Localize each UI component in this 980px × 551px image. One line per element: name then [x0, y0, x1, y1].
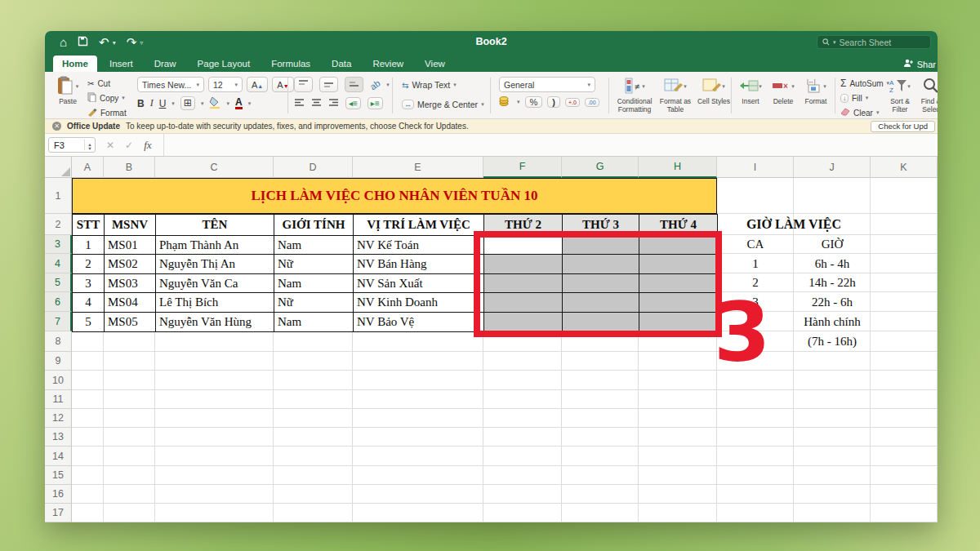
copy-button[interactable]: Copy ▾: [87, 91, 127, 104]
grid-cell-K9[interactable]: [871, 352, 938, 371]
grid-cell-K12[interactable]: [871, 409, 938, 428]
grid-cell-E16[interactable]: [353, 485, 483, 504]
grid-cell-B5[interactable]: MS03: [104, 273, 156, 293]
grid-cell-B16[interactable]: [104, 485, 155, 504]
grid-cell-F16[interactable]: [483, 485, 562, 504]
grid-cell-I12[interactable]: [717, 409, 794, 428]
row-header-10[interactable]: 10: [45, 371, 72, 390]
cancel-entry-icon[interactable]: ✕: [106, 140, 114, 151]
grid-cell-I4[interactable]: 1: [717, 254, 794, 273]
grid-cell-G9[interactable]: [562, 352, 639, 371]
grid-cell-B10[interactable]: [104, 371, 155, 390]
grid-cell-J16[interactable]: [794, 485, 871, 504]
grid-cell-B4[interactable]: MS02: [104, 254, 156, 274]
grid-cell-I16[interactable]: [717, 485, 794, 504]
grid-cell-C16[interactable]: [155, 485, 274, 504]
grid-cell-K7[interactable]: [871, 312, 938, 331]
grid-cell-B13[interactable]: [104, 428, 155, 447]
grid-cell-A7[interactable]: 5: [72, 312, 105, 332]
grid-cell-A3[interactable]: 1: [72, 235, 105, 255]
row-header-11[interactable]: 11: [45, 390, 72, 409]
grid-cell-I17[interactable]: [717, 504, 794, 522]
grid-cell-D7[interactable]: Nam: [274, 312, 354, 332]
column-header-E[interactable]: E: [353, 157, 483, 178]
grid-cell-A4[interactable]: 2: [72, 254, 105, 274]
borders-button[interactable]: ⊞: [180, 96, 195, 110]
fill-color-button[interactable]: [209, 96, 220, 110]
grid-cell-A14[interactable]: [72, 447, 104, 466]
grid-cell-C17[interactable]: [155, 504, 274, 522]
sort-filter-button[interactable]: AZ ▾ Sort & Filter: [884, 77, 915, 114]
grid-cell-D9[interactable]: [274, 352, 353, 371]
grid-cell-B12[interactable]: [104, 409, 155, 428]
grid-cell-D5[interactable]: Nam: [274, 273, 354, 293]
grid-cell-J8[interactable]: (7h - 16h): [794, 331, 871, 352]
table-header-A2[interactable]: STT: [72, 214, 105, 236]
select-all-corner[interactable]: [45, 157, 72, 178]
grid-cell-E11[interactable]: [353, 390, 483, 409]
percent-button[interactable]: %: [525, 96, 543, 108]
grid-cell-B3[interactable]: MS01: [104, 235, 156, 255]
grid-cell-D4[interactable]: Nữ: [274, 254, 354, 274]
search-input[interactable]: ▾ Search Sheet: [817, 35, 931, 49]
align-bottom-button[interactable]: [345, 77, 363, 92]
comma-style-button[interactable]: ): [547, 96, 560, 108]
grid-cell-B8[interactable]: [104, 331, 155, 352]
grid-cell-C9[interactable]: [155, 352, 274, 371]
grid-cell-A13[interactable]: [72, 428, 104, 447]
grid-cell-A6[interactable]: 4: [72, 292, 105, 313]
orientation-caret-icon[interactable]: ▾: [386, 82, 390, 88]
grid-cell-F10[interactable]: [483, 371, 562, 390]
grid-cell-H14[interactable]: [639, 447, 717, 466]
decrease-indent-button[interactable]: ◂≡: [345, 97, 361, 109]
column-header-J[interactable]: J: [794, 157, 871, 178]
grid-cell-C13[interactable]: [155, 428, 274, 447]
grid-cell-K15[interactable]: [871, 466, 938, 485]
column-header-G[interactable]: G: [562, 157, 639, 178]
grid-cell-J11[interactable]: [794, 390, 871, 409]
font-color-button[interactable]: A: [235, 97, 243, 109]
find-select-button[interactable]: Find & Selec: [917, 77, 938, 114]
check-updates-button[interactable]: Check for Upd: [871, 121, 935, 132]
grid-cell-E17[interactable]: [353, 504, 483, 522]
share-button[interactable]: Shar: [903, 59, 936, 69]
grid-cell-H16[interactable]: [639, 485, 717, 504]
grid-cell-C8[interactable]: [155, 331, 274, 352]
merge-center-button[interactable]: ↔ Merge & Center ▾: [402, 98, 484, 111]
grid-cell-J14[interactable]: [794, 447, 871, 466]
tab-insert[interactable]: Insert: [100, 56, 142, 72]
column-header-D[interactable]: D: [274, 157, 353, 178]
grid-cell-I3[interactable]: CA: [717, 235, 794, 254]
table-header-E2[interactable]: VỊ TRÍ LÀM VIỆC: [353, 214, 484, 236]
grid-cell-C11[interactable]: [155, 390, 274, 409]
italic-button[interactable]: I: [150, 97, 154, 109]
row-header-1[interactable]: 1: [45, 178, 72, 214]
grid-cell-K11[interactable]: [871, 390, 938, 409]
grid-cell-K13[interactable]: [871, 428, 938, 447]
align-left-button[interactable]: [294, 98, 305, 109]
row-header-6[interactable]: 6: [45, 292, 72, 312]
grid-cell-E14[interactable]: [353, 447, 483, 466]
grid-cell-K14[interactable]: [871, 447, 938, 466]
table-header-B2[interactable]: MSNV: [104, 214, 156, 236]
grid-cell-F17[interactable]: [483, 504, 562, 522]
increase-indent-button[interactable]: ▸≡: [368, 97, 383, 109]
grid-cell-B6[interactable]: MS04: [104, 292, 156, 313]
grid-cell-I15[interactable]: [717, 466, 794, 485]
number-format-select[interactable]: General ▾: [499, 77, 595, 92]
name-box-stepper[interactable]: ▲▼: [84, 140, 95, 150]
insert-function-icon[interactable]: fx: [144, 139, 151, 152]
grid-cell-K6[interactable]: [871, 292, 938, 312]
grid-cell-G11[interactable]: [562, 390, 639, 409]
bold-button[interactable]: B: [137, 98, 145, 109]
grid-cell-E4[interactable]: NV Bán Hàng: [353, 254, 484, 274]
grid-cell-E15[interactable]: [353, 466, 483, 485]
grid-cell-B15[interactable]: [104, 466, 155, 485]
close-update-icon[interactable]: ✕: [52, 122, 61, 131]
grid-cell-A10[interactable]: [72, 371, 104, 390]
grid-cell-D11[interactable]: [274, 390, 353, 409]
grid-cell-C3[interactable]: Phạm Thành An: [155, 235, 274, 255]
underline-caret-icon[interactable]: ▾: [172, 100, 175, 107]
grid-cell-E12[interactable]: [353, 409, 483, 428]
grid-cell-F11[interactable]: [483, 390, 562, 409]
